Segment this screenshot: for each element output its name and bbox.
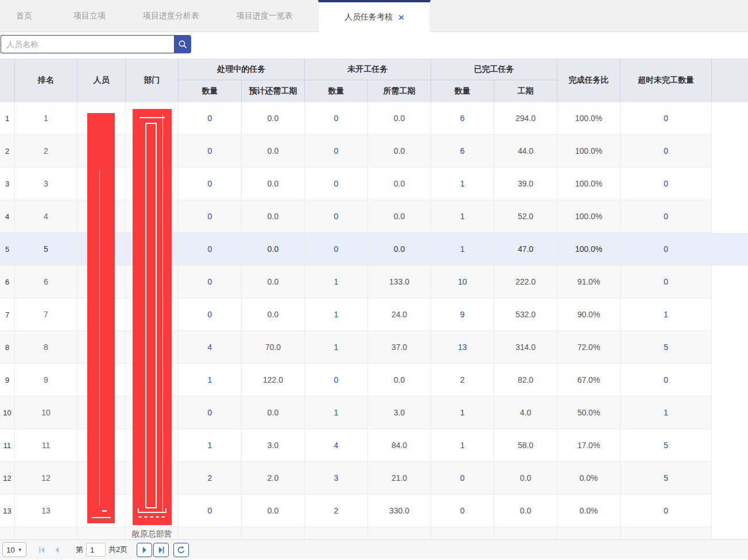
cell-not-started-count[interactable]: 1 [305,331,368,364]
cell-not-started-count[interactable]: 2 [305,495,368,527]
cell-not-started-count[interactable]: 0 [305,102,368,135]
tab-project-initiation[interactable]: 项目立项 [48,0,131,32]
cell-in-progress-count[interactable]: 0 [179,396,242,429]
cell-overdue[interactable]: 0 [621,364,712,396]
cell-in-progress-count[interactable]: 0 [179,266,242,298]
cell-index: 13 [0,495,15,527]
search-button[interactable] [174,35,191,53]
cell-not-started-count[interactable]: 0 [305,135,368,168]
prev-page-button[interactable] [51,543,63,557]
cell-not-started-duration: 21.0 [368,462,431,495]
cell-overdue[interactable]: 0 [621,102,712,135]
cell-overdue[interactable]: 5 [621,331,712,364]
cell-completed-count[interactable]: 1 [431,396,494,429]
header-not-started-duration: 所需工期 [368,80,431,102]
cell-completed-count[interactable]: 13 [431,331,494,364]
page-input[interactable] [86,543,106,557]
cell-not-started-count[interactable]: 1 [305,266,368,298]
cell-completion-ratio: 100.0% [557,135,621,168]
cell-completed-count[interactable]: 1 [431,200,494,233]
cell-overdue[interactable]: 0 [621,168,712,200]
cell-in-progress-count[interactable] [179,527,242,539]
cell-not-started-duration: 133.0 [368,266,431,298]
cell-index: 10 [0,396,15,429]
cell-completion-ratio: 72.0% [557,331,621,364]
header-completed-title: 已完工任务 [431,59,557,80]
cell-not-started-count[interactable] [305,527,368,539]
cell-not-started-count[interactable]: 0 [305,200,368,233]
cell-in-progress-count[interactable]: 0 [179,233,242,266]
cell-in-progress-count[interactable]: 2 [179,462,242,495]
search-input[interactable] [1,35,174,53]
cell-overdue[interactable]: 1 [621,298,712,331]
table-row-partial[interactable]: 敞原总部营 [0,527,748,539]
cell-not-started-count[interactable]: 1 [305,298,368,331]
cell-overdue[interactable]: 0 [621,495,712,527]
cell-not-started-count[interactable]: 0 [305,233,368,266]
cell-completed-count[interactable]: 0 [431,495,494,527]
tab-project-progress-overview[interactable]: 项目进度一览表 [211,0,318,32]
redaction-overlay-dept [133,109,172,525]
row-filler [712,168,748,200]
cell-in-progress-count[interactable]: 1 [179,429,242,462]
cell-overdue[interactable]: 0 [621,233,712,266]
tab-home[interactable]: 首页 [0,0,48,32]
cell-in-progress-count[interactable]: 0 [179,168,242,200]
page-size-select[interactable]: 10 ▼ [2,542,26,557]
cell-overdue[interactable]: 5 [621,429,712,462]
cell-in-progress-count[interactable]: 0 [179,200,242,233]
cell-completed-count[interactable] [431,527,494,539]
cell-completed-count[interactable]: 10 [431,266,494,298]
cell-not-started-count[interactable]: 4 [305,429,368,462]
next-page-button[interactable] [137,543,152,557]
cell-not-started-duration: 0.0 [368,364,431,396]
cell-in-progress-duration: 3.0 [242,429,305,462]
cell-overdue[interactable]: 5 [621,462,712,495]
first-page-button[interactable] [36,543,48,557]
cell-completed-count[interactable]: 2 [431,364,494,396]
cell-completed-count[interactable]: 6 [431,135,494,168]
cell-overdue[interactable]: 0 [621,135,712,168]
header-not-started-title: 未开工任务 [305,59,431,80]
cell-completed-duration: 58.0 [494,429,557,462]
tab-personnel-task-assessment[interactable]: 人员任务考核 × [318,0,431,32]
cell-completed-count[interactable]: 1 [431,168,494,200]
cell-overdue[interactable]: 0 [621,266,712,298]
cell-not-started-count[interactable]: 1 [305,396,368,429]
last-page-icon [157,546,165,554]
cell-completed-duration [494,527,557,539]
cell-index: 5 [0,233,15,266]
header-completed-count: 数量 [431,80,494,102]
tab-project-progress-analysis[interactable]: 项目进度分析表 [131,0,211,32]
cell-index: 9 [0,364,15,396]
cell-not-started-count[interactable]: 3 [305,462,368,495]
cell-in-progress-count[interactable]: 1 [179,364,242,396]
page-size-value: 10 [6,546,14,554]
row-filler [712,462,748,495]
page-prefix-label: 第 [76,545,83,555]
cell-completed-count[interactable]: 1 [431,233,494,266]
tab-label: 首页 [16,11,32,21]
row-filler [712,429,748,462]
tab-label: 人员任务考核 [344,12,393,22]
cell-overdue[interactable] [621,527,712,539]
cell-rank: 12 [15,462,77,495]
cell-in-progress-count[interactable]: 0 [179,102,242,135]
cell-completed-count[interactable]: 0 [431,462,494,495]
cell-overdue[interactable]: 0 [621,200,712,233]
cell-not-started-count[interactable]: 0 [305,364,368,396]
last-page-button[interactable] [153,543,169,557]
cell-in-progress-count[interactable]: 0 [179,298,242,331]
row-filler [712,135,748,168]
cell-in-progress-count[interactable]: 4 [179,331,242,364]
refresh-button[interactable] [173,543,189,557]
cell-completed-count[interactable]: 9 [431,298,494,331]
cell-completed-count[interactable]: 6 [431,102,494,135]
close-icon[interactable]: × [398,13,404,22]
cell-completed-count[interactable]: 1 [431,429,494,462]
cell-overdue[interactable]: 1 [621,396,712,429]
cell-in-progress-count[interactable]: 0 [179,135,242,168]
cell-index: 3 [0,168,15,200]
cell-not-started-count[interactable]: 0 [305,168,368,200]
cell-in-progress-count[interactable]: 0 [179,495,242,527]
